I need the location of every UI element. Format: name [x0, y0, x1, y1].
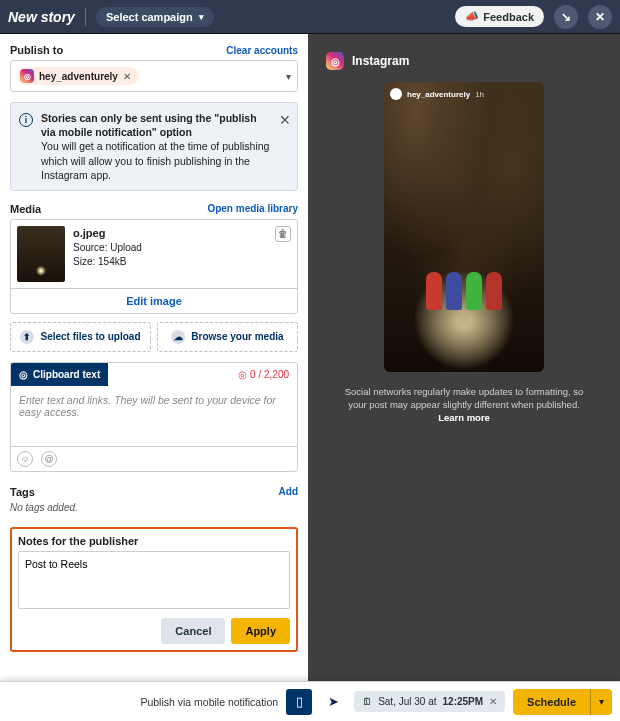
- upload-row: ⬆ Select files to upload ☁ Browse your m…: [10, 322, 298, 352]
- apply-button[interactable]: Apply: [231, 618, 290, 644]
- instagram-icon: ◎: [19, 369, 28, 380]
- feedback-button[interactable]: 📣 Feedback: [455, 6, 544, 27]
- tags-label: Tags: [10, 486, 35, 498]
- publisher-notes-label: Notes for the publisher: [18, 535, 290, 547]
- clear-accounts-link[interactable]: Clear accounts: [226, 45, 298, 56]
- media-size: Size: 154kB: [73, 255, 142, 269]
- browse-media-label: Browse your media: [191, 331, 283, 342]
- calendar-icon: 🗓: [362, 696, 372, 707]
- delete-media-button[interactable]: 🗑: [275, 226, 291, 242]
- media-source: Source: Upload: [73, 241, 142, 255]
- publisher-notes-actions: Cancel Apply: [18, 618, 290, 644]
- header-divider: [85, 8, 86, 26]
- preview-disclaimer-text: Social networks regularly make updates t…: [345, 386, 584, 410]
- story-handle: hey_adventurely: [407, 90, 470, 99]
- scheduled-time-prefix: Sat, Jul 30 at: [378, 696, 436, 707]
- browse-media-button[interactable]: ☁ Browse your media: [157, 322, 298, 352]
- figure: [426, 272, 442, 310]
- main-area: Publish to Clear accounts ◎ hey_adventur…: [0, 34, 620, 681]
- select-campaign-label: Select campaign: [106, 11, 193, 23]
- schedule-button-group: Schedule ▾: [513, 689, 612, 715]
- media-label: Media: [10, 203, 41, 215]
- edit-image-button[interactable]: Edit image: [11, 288, 297, 313]
- publish-to-label: Publish to: [10, 44, 63, 56]
- preview-disclaimer: Social networks regularly make updates t…: [344, 386, 584, 424]
- instagram-icon: ◎: [326, 52, 344, 70]
- chevron-down-icon: ▾: [599, 696, 604, 707]
- compose-panel: Publish to Clear accounts ◎ hey_adventur…: [0, 34, 308, 681]
- media-meta: o.jpeg Source: Upload Size: 154kB: [73, 226, 142, 282]
- preview-network-name: Instagram: [352, 54, 409, 68]
- story-header: hey_adventurely 1h: [390, 88, 484, 100]
- select-campaign-button[interactable]: Select campaign ▾: [96, 7, 214, 27]
- clipboard-tab-label: Clipboard text: [33, 369, 100, 380]
- minimize-button[interactable]: ↘: [554, 5, 578, 29]
- info-banner-title: Stories can only be sent using the "publ…: [41, 112, 257, 138]
- close-button[interactable]: ✕: [588, 5, 612, 29]
- info-banner-body: You will get a notification at the time …: [41, 140, 269, 180]
- remove-account-icon[interactable]: ✕: [123, 71, 131, 82]
- mention-icon[interactable]: @: [41, 451, 57, 467]
- instagram-icon: ◎: [20, 69, 34, 83]
- send-icon: ➤: [328, 694, 339, 709]
- schedule-dropdown-button[interactable]: ▾: [591, 689, 612, 714]
- media-card: o.jpeg Source: Upload Size: 154kB 🗑 Edit…: [10, 219, 298, 314]
- scheduled-time-chip[interactable]: 🗓 Sat, Jul 30 at 12:25PM ✕: [354, 691, 505, 712]
- open-media-library-link[interactable]: Open media library: [207, 203, 298, 214]
- figure: [466, 272, 482, 310]
- direct-publish-button[interactable]: ➤: [320, 689, 346, 715]
- bottom-bar: Publish via mobile notification ▯ ➤ 🗓 Sa…: [0, 681, 620, 721]
- clipboard-tab[interactable]: ◎ Clipboard text: [11, 363, 108, 386]
- story-background: [384, 82, 544, 372]
- publisher-notes-input[interactable]: [18, 551, 290, 609]
- tags-header: Tags Add: [10, 486, 298, 498]
- media-thumbnail[interactable]: [17, 226, 65, 282]
- avatar: [390, 88, 402, 100]
- page-title: New story: [8, 9, 75, 25]
- scheduled-time-value: 12:25PM: [443, 696, 484, 707]
- add-tag-link[interactable]: Add: [279, 486, 298, 497]
- character-counter: ◎ 0 / 2,200: [230, 369, 297, 380]
- figure: [446, 272, 462, 310]
- counter-text: 0 / 2,200: [250, 369, 289, 380]
- info-icon: i: [19, 113, 33, 127]
- media-header: Media Open media library: [10, 203, 298, 215]
- story-figures: [384, 272, 544, 310]
- chevron-down-icon[interactable]: ▾: [286, 71, 291, 82]
- minimize-icon: ↘: [561, 10, 571, 24]
- instagram-icon: ◎: [238, 369, 247, 380]
- figure: [486, 272, 502, 310]
- phone-icon: ▯: [296, 694, 303, 709]
- account-chip: ◎ hey_adventurely ✕: [17, 67, 139, 85]
- publish-to-header: Publish to Clear accounts: [10, 44, 298, 56]
- close-icon: ✕: [595, 10, 605, 24]
- schedule-button[interactable]: Schedule: [513, 689, 590, 715]
- clipboard-tabbar: ◎ Clipboard text ◎ 0 / 2,200: [11, 363, 297, 386]
- dismiss-banner-icon[interactable]: ✕: [279, 111, 291, 130]
- mobile-notification-button[interactable]: ▯: [286, 689, 312, 715]
- media-item: o.jpeg Source: Upload Size: 154kB 🗑: [11, 220, 297, 288]
- feedback-label: Feedback: [483, 11, 534, 23]
- cancel-button[interactable]: Cancel: [161, 618, 225, 644]
- preview-panel: ◎ Instagram hey_adventurely 1h Social ne…: [308, 34, 620, 681]
- clipboard-text-input[interactable]: Enter text and links. They will be sent …: [11, 386, 297, 446]
- upload-icon: ⬆: [20, 330, 34, 344]
- story-time: 1h: [475, 90, 484, 99]
- tags-empty-state: No tags added.: [10, 502, 298, 513]
- learn-more-link[interactable]: Learn more: [438, 412, 490, 423]
- preview-network-header: ◎ Instagram: [326, 52, 409, 70]
- clipboard-section: ◎ Clipboard text ◎ 0 / 2,200 Enter text …: [10, 362, 298, 472]
- select-files-button[interactable]: ⬆ Select files to upload: [10, 322, 151, 352]
- emoji-picker-icon[interactable]: ☺: [17, 451, 33, 467]
- account-handle: hey_adventurely: [39, 71, 118, 82]
- app-header: New story Select campaign ▾ 📣 Feedback ↘…: [0, 0, 620, 34]
- media-filename: o.jpeg: [73, 226, 142, 241]
- info-banner: i ✕ Stories can only be sent using the "…: [10, 102, 298, 191]
- clear-time-icon[interactable]: ✕: [489, 696, 497, 707]
- select-files-label: Select files to upload: [40, 331, 140, 342]
- story-preview: hey_adventurely 1h: [384, 82, 544, 372]
- account-selector[interactable]: ◎ hey_adventurely ✕ ▾: [10, 60, 298, 92]
- clipboard-toolbar: ☺ @: [11, 446, 297, 471]
- chevron-down-icon: ▾: [199, 12, 204, 22]
- publisher-notes-section: Notes for the publisher Cancel Apply: [10, 527, 298, 652]
